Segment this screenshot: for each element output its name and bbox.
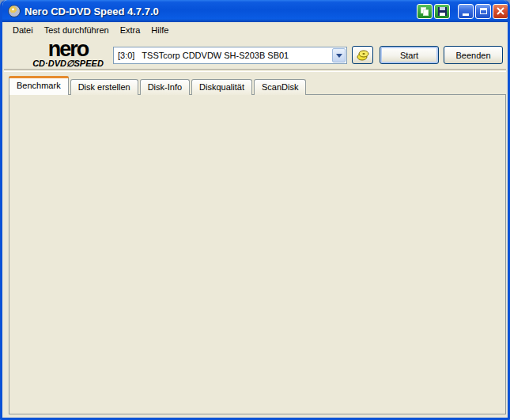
save-icon (438, 7, 447, 16)
title-bar[interactable]: Nero CD-DVD Speed 4.7.7.0 (2, 0, 510, 22)
menu-item-hilfe[interactable]: Hilfe (145, 24, 174, 36)
save-button[interactable] (434, 4, 450, 19)
menu-item-datei[interactable]: Datei (7, 24, 39, 36)
chevron-down-icon[interactable] (332, 48, 346, 62)
tab-disk-erstellen[interactable]: Disk erstellen (70, 79, 138, 95)
menu-bar: DateiTest durchführenExtraHilfe (2, 22, 508, 37)
maximize-button[interactable] (475, 4, 491, 19)
tab-strip: BenchmarkDisk erstellenDisk-InfoDiskqual… (9, 76, 308, 95)
copy-icon (421, 7, 429, 16)
tab-disk-info[interactable]: Disk-Info (140, 79, 190, 95)
quit-button[interactable]: Beenden (444, 46, 503, 64)
minimize-button[interactable] (458, 4, 474, 19)
nero-logo-text: nero (25, 40, 111, 59)
benchmark-tab-page (9, 94, 506, 414)
maximize-icon (480, 8, 487, 14)
nero-logo: nero CD·DVD∅SPEED (25, 40, 111, 69)
tab-benchmark[interactable]: Benchmark (9, 76, 69, 95)
app-icon (8, 5, 21, 17)
eject-button[interactable] (352, 46, 373, 64)
cddvdspeed-logo-text: CD·DVD∅SPEED (25, 59, 111, 69)
tab-scandisk[interactable]: ScanDisk (254, 79, 306, 95)
window-title: Nero CD-DVD Speed 4.7.7.0 (25, 6, 415, 17)
drive-select[interactable]: [3:0] TSSTcorp CDDVDW SH-S203B SB01 (113, 47, 347, 64)
menu-item-extra[interactable]: Extra (115, 24, 146, 36)
close-icon (497, 7, 504, 15)
menu-item-test-durchf-hren[interactable]: Test durchführen (39, 24, 115, 36)
close-button[interactable] (493, 4, 508, 19)
tab-diskqualit-t[interactable]: Diskqualität (191, 79, 252, 95)
minimize-icon (463, 13, 469, 16)
toolbar: nero CD·DVD∅SPEED [3:0] TSSTcorp CDDVDW … (2, 37, 508, 72)
copy-to-clipboard-button[interactable] (417, 4, 433, 19)
drive-select-value: [3:0] TSSTcorp CDDVDW SH-S203B SB01 (114, 51, 332, 60)
eject-disc-icon (357, 50, 369, 61)
start-button[interactable]: Start (380, 46, 439, 64)
app-window: Nero CD-DVD Speed 4.7.7.0 DateiTest durc… (0, 0, 510, 420)
